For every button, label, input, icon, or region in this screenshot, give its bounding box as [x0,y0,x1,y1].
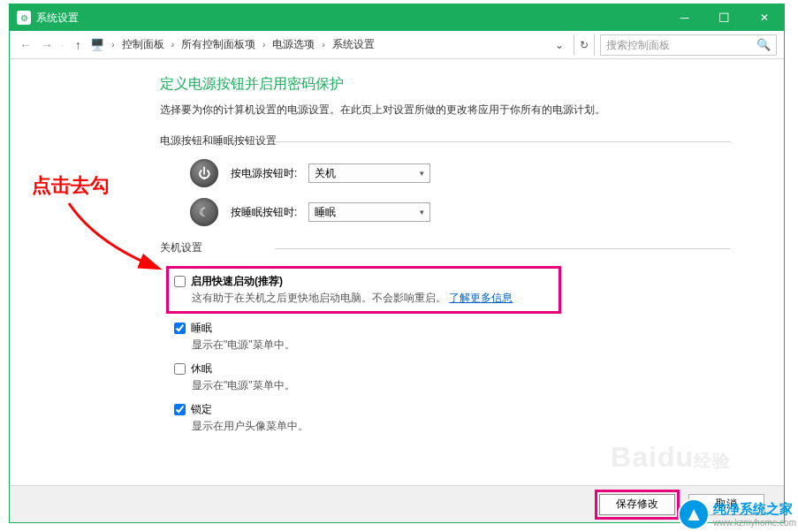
sleep-checkbox[interactable] [174,323,186,334]
control-panel-icon: 🖥️ [90,38,104,52]
highlight-fast-startup: 启用快速启动(推荐) 这有助于在关机之后更快地启动电脑。不会影响重启。 了解更多… [166,266,561,314]
search-icon: 🔍 [756,38,771,51]
power-button-row: ⏻ 按电源按钮时: 关机 ▾ [160,159,784,187]
forward-button[interactable]: → [38,36,56,54]
chevron-down-icon: ▾ [420,169,424,178]
learn-more-link[interactable]: 了解更多信息 [449,292,513,304]
minimize-button[interactable]: ─ [665,4,704,31]
hibernate-option: 休眠 显示在"电源"菜单中。 [163,361,784,393]
close-button[interactable]: ✕ [744,4,784,31]
power-button-label: 按电源按钮时: [231,166,301,181]
fast-startup-desc: 这有助于在关机之后更快地启动电脑。不会影响重启。 [192,292,446,304]
fast-startup-checkbox[interactable] [174,276,186,287]
lock-checkbox[interactable] [174,404,186,415]
search-input[interactable] [606,39,756,51]
sleep-option: 睡眠 显示在"电源"菜单中。 [163,321,784,353]
titlebar: ⚙ 系统设置 ─ ☐ ✕ [10,4,784,31]
breadcrumb: › 控制面板 › 所有控制面板项 › 电源选项 › 系统设置 [108,35,547,54]
sleep-button-row: ☾ 按睡眠按钮时: 睡眠 ▾ [160,198,784,226]
save-button[interactable]: 保存修改 [599,494,675,515]
path-dropdown-button[interactable]: ⌄ [551,34,568,56]
search-box[interactable]: 🔍 [600,34,777,56]
crumb-system-settings[interactable]: 系统设置 [329,35,378,54]
chevron-down-icon: ▾ [420,208,424,217]
sleep-button-select[interactable]: 睡眠 ▾ [308,202,430,222]
annotation-text: 点击去勾 [32,172,110,199]
back-button[interactable]: ← [17,36,34,54]
crumb-power-options[interactable]: 电源选项 [269,35,318,54]
nav-separator: · [61,39,64,51]
chevron-right-icon: › [322,40,324,49]
hibernate-checkbox[interactable] [174,363,186,375]
cancel-button[interactable]: 取消 [688,494,764,515]
shutdown-settings-group: 关机设置 启用快速启动(推荐) 这有助于在关机之后更快地启动电脑。不会影响重启。… [160,240,784,434]
button-settings-group: 电源按钮和睡眠按钮设置 ⏻ 按电源按钮时: 关机 ▾ ☾ 按睡眠按钮时: 睡眠 … [160,133,784,226]
power-button-select[interactable]: 关机 ▾ [308,163,430,183]
sleep-option-label: 睡眠 [191,321,212,336]
sleep-button-label: 按睡眠按钮时: [231,205,301,220]
page-heading: 定义电源按钮并启用密码保护 [160,75,784,94]
highlight-save: 保存修改 [595,490,680,520]
shutdown-legend: 关机设置 [160,240,784,255]
crumb-all-items[interactable]: 所有控制面板项 [178,35,259,54]
hibernate-option-label: 休眠 [191,361,212,376]
sleep-option-desc: 显示在"电源"菜单中。 [174,338,784,353]
maximize-button[interactable]: ☐ [704,4,744,31]
lock-option-desc: 显示在用户头像菜单中。 [174,419,784,434]
refresh-button[interactable]: ↻ [574,34,595,56]
crumb-control-panel[interactable]: 控制面板 [118,35,168,54]
power-icon: ⏻ [190,159,218,187]
page-subtitle: 选择要为你的计算机设置的电源设置。在此页上对设置所做的更改将应用于你所有的电源计… [160,103,784,118]
fast-startup-label: 启用快速启动(推荐) [191,274,283,289]
navbar: ← → · ↑ 🖥️ › 控制面板 › 所有控制面板项 › 电源选项 › 系统设… [10,31,784,59]
app-icon: ⚙ [17,11,31,25]
up-button[interactable]: ↑ [69,36,87,54]
window-title: 系统设置 [36,11,665,26]
sleep-icon: ☾ [190,198,218,226]
lock-option: 锁定 显示在用户头像菜单中。 [163,402,784,434]
power-button-value: 关机 [315,166,336,181]
footer: 保存修改 取消 [10,485,784,522]
chevron-right-icon: › [262,40,265,49]
hibernate-option-desc: 显示在"电源"菜单中。 [174,378,784,393]
content-area: 定义电源按钮并启用密码保护 选择要为你的计算机设置的电源设置。在此页上对设置所做… [10,59,784,489]
button-settings-legend: 电源按钮和睡眠按钮设置 [160,133,784,148]
chevron-right-icon: › [171,40,174,49]
sleep-button-value: 睡眠 [315,205,336,220]
lock-option-label: 锁定 [191,402,212,417]
chevron-right-icon: › [111,40,114,49]
